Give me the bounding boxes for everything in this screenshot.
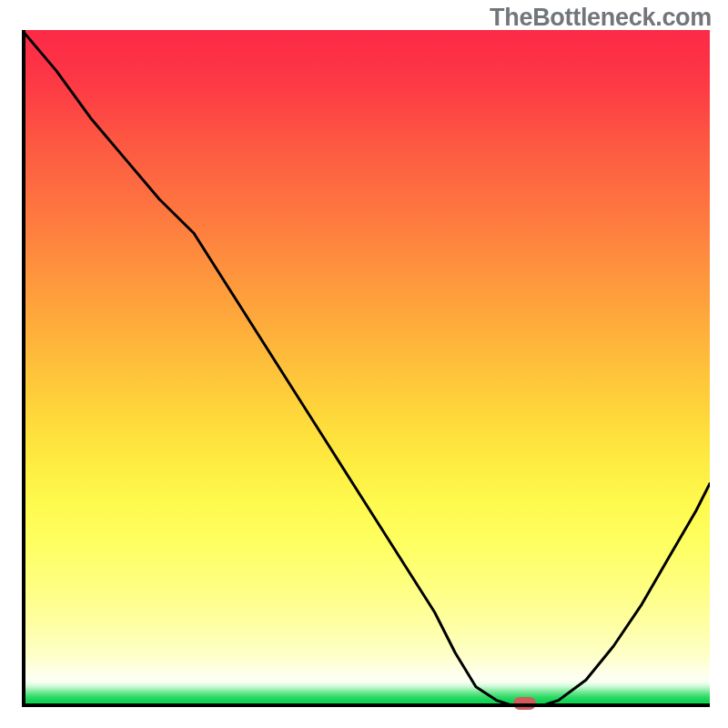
bottleneck-curve [22, 30, 710, 707]
y-axis-line [22, 30, 25, 707]
watermark-text: TheBottleneck.com [490, 4, 712, 32]
bottleneck-chart: TheBottleneck.com [0, 0, 728, 728]
x-axis-line [22, 703, 710, 707]
